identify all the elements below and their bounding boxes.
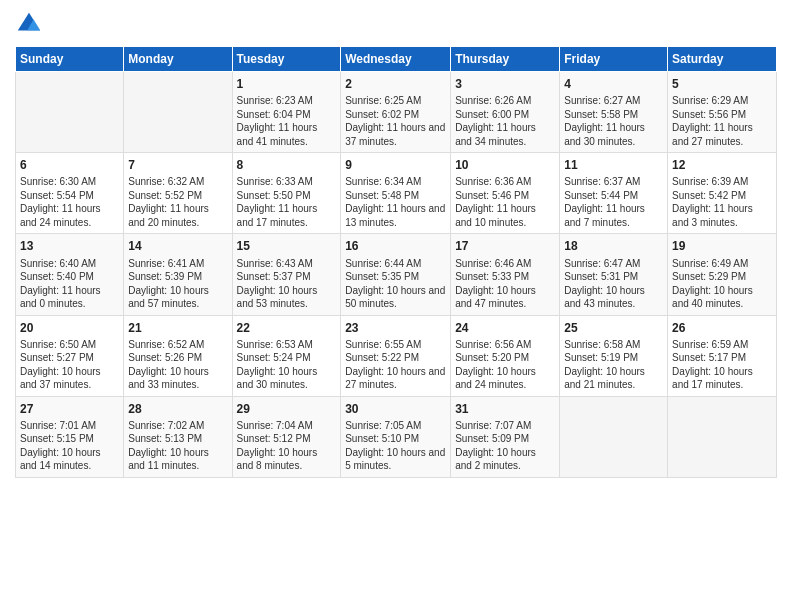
calendar-cell: 15Sunrise: 6:43 AMSunset: 5:37 PMDayligh… [232,234,341,315]
logo [15,10,47,38]
day-number: 30 [345,401,446,417]
cell-info: Daylight: 10 hours and 2 minutes. [455,446,555,473]
day-number: 16 [345,238,446,254]
calendar-cell: 26Sunrise: 6:59 AMSunset: 5:17 PMDayligh… [668,315,777,396]
cell-info: Sunrise: 6:36 AM [455,175,555,189]
day-number: 24 [455,320,555,336]
cell-info: Sunset: 5:09 PM [455,432,555,446]
cell-info: Sunset: 5:48 PM [345,189,446,203]
day-number: 22 [237,320,337,336]
cell-info: Sunset: 5:31 PM [564,270,663,284]
day-number: 23 [345,320,446,336]
cell-info: Sunrise: 6:49 AM [672,257,772,271]
calendar-cell: 18Sunrise: 6:47 AMSunset: 5:31 PMDayligh… [560,234,668,315]
cell-info: Daylight: 11 hours and 34 minutes. [455,121,555,148]
cell-info: Daylight: 11 hours and 10 minutes. [455,202,555,229]
day-number: 31 [455,401,555,417]
cell-info: Daylight: 11 hours and 30 minutes. [564,121,663,148]
cell-info: Daylight: 10 hours and 8 minutes. [237,446,337,473]
calendar-cell [16,72,124,153]
cell-info: Sunrise: 6:52 AM [128,338,227,352]
cell-info: Daylight: 11 hours and 20 minutes. [128,202,227,229]
calendar-cell: 1Sunrise: 6:23 AMSunset: 6:04 PMDaylight… [232,72,341,153]
weekday-header-sunday: Sunday [16,47,124,72]
cell-info: Sunset: 5:42 PM [672,189,772,203]
cell-info: Daylight: 10 hours and 14 minutes. [20,446,119,473]
cell-info: Daylight: 11 hours and 3 minutes. [672,202,772,229]
cell-info: Sunset: 5:39 PM [128,270,227,284]
cell-info: Sunset: 6:02 PM [345,108,446,122]
weekday-header-friday: Friday [560,47,668,72]
cell-info: Daylight: 10 hours and 17 minutes. [672,365,772,392]
calendar-table: SundayMondayTuesdayWednesdayThursdayFrid… [15,46,777,478]
cell-info: Sunset: 5:17 PM [672,351,772,365]
cell-info: Sunset: 5:10 PM [345,432,446,446]
calendar-row-4: 27Sunrise: 7:01 AMSunset: 5:15 PMDayligh… [16,396,777,477]
day-number: 13 [20,238,119,254]
calendar-cell: 24Sunrise: 6:56 AMSunset: 5:20 PMDayligh… [451,315,560,396]
cell-info: Sunset: 6:04 PM [237,108,337,122]
cell-info: Sunrise: 6:40 AM [20,257,119,271]
calendar-cell: 13Sunrise: 6:40 AMSunset: 5:40 PMDayligh… [16,234,124,315]
cell-info: Daylight: 11 hours and 17 minutes. [237,202,337,229]
cell-info: Sunset: 5:33 PM [455,270,555,284]
calendar-row-3: 20Sunrise: 6:50 AMSunset: 5:27 PMDayligh… [16,315,777,396]
calendar-cell: 5Sunrise: 6:29 AMSunset: 5:56 PMDaylight… [668,72,777,153]
cell-info: Daylight: 11 hours and 27 minutes. [672,121,772,148]
day-number: 18 [564,238,663,254]
day-number: 3 [455,76,555,92]
day-number: 5 [672,76,772,92]
cell-info: Sunrise: 6:47 AM [564,257,663,271]
calendar-row-2: 13Sunrise: 6:40 AMSunset: 5:40 PMDayligh… [16,234,777,315]
cell-info: Sunrise: 7:04 AM [237,419,337,433]
day-number: 20 [20,320,119,336]
calendar-cell: 9Sunrise: 6:34 AMSunset: 5:48 PMDaylight… [341,153,451,234]
cell-info: Sunset: 5:13 PM [128,432,227,446]
calendar-cell: 11Sunrise: 6:37 AMSunset: 5:44 PMDayligh… [560,153,668,234]
weekday-header-thursday: Thursday [451,47,560,72]
cell-info: Sunrise: 6:39 AM [672,175,772,189]
cell-info: Daylight: 11 hours and 7 minutes. [564,202,663,229]
cell-info: Sunset: 5:12 PM [237,432,337,446]
calendar-cell: 19Sunrise: 6:49 AMSunset: 5:29 PMDayligh… [668,234,777,315]
cell-info: Sunrise: 6:27 AM [564,94,663,108]
cell-info: Sunrise: 6:37 AM [564,175,663,189]
cell-info: Sunrise: 6:23 AM [237,94,337,108]
cell-info: Daylight: 10 hours and 47 minutes. [455,284,555,311]
cell-info: Daylight: 11 hours and 41 minutes. [237,121,337,148]
calendar-cell: 16Sunrise: 6:44 AMSunset: 5:35 PMDayligh… [341,234,451,315]
weekday-header-tuesday: Tuesday [232,47,341,72]
calendar-cell [560,396,668,477]
cell-info: Sunset: 5:37 PM [237,270,337,284]
day-number: 2 [345,76,446,92]
day-number: 17 [455,238,555,254]
calendar-cell: 20Sunrise: 6:50 AMSunset: 5:27 PMDayligh… [16,315,124,396]
cell-info: Sunset: 5:20 PM [455,351,555,365]
cell-info: Daylight: 10 hours and 37 minutes. [20,365,119,392]
cell-info: Daylight: 10 hours and 50 minutes. [345,284,446,311]
cell-info: Sunset: 5:44 PM [564,189,663,203]
cell-info: Daylight: 11 hours and 0 minutes. [20,284,119,311]
calendar-cell: 10Sunrise: 6:36 AMSunset: 5:46 PMDayligh… [451,153,560,234]
day-number: 1 [237,76,337,92]
calendar-cell: 7Sunrise: 6:32 AMSunset: 5:52 PMDaylight… [124,153,232,234]
day-number: 11 [564,157,663,173]
cell-info: Sunset: 5:15 PM [20,432,119,446]
cell-info: Sunset: 5:58 PM [564,108,663,122]
day-number: 26 [672,320,772,336]
cell-info: Daylight: 10 hours and 30 minutes. [237,365,337,392]
cell-info: Daylight: 10 hours and 24 minutes. [455,365,555,392]
cell-info: Sunrise: 6:41 AM [128,257,227,271]
cell-info: Sunrise: 6:58 AM [564,338,663,352]
cell-info: Sunrise: 7:01 AM [20,419,119,433]
logo-icon [15,10,43,38]
day-number: 25 [564,320,663,336]
cell-info: Daylight: 10 hours and 27 minutes. [345,365,446,392]
calendar-cell: 4Sunrise: 6:27 AMSunset: 5:58 PMDaylight… [560,72,668,153]
cell-info: Sunrise: 7:07 AM [455,419,555,433]
cell-info: Sunrise: 7:05 AM [345,419,446,433]
cell-info: Daylight: 10 hours and 21 minutes. [564,365,663,392]
cell-info: Sunrise: 6:32 AM [128,175,227,189]
cell-info: Sunset: 5:54 PM [20,189,119,203]
cell-info: Sunset: 5:50 PM [237,189,337,203]
